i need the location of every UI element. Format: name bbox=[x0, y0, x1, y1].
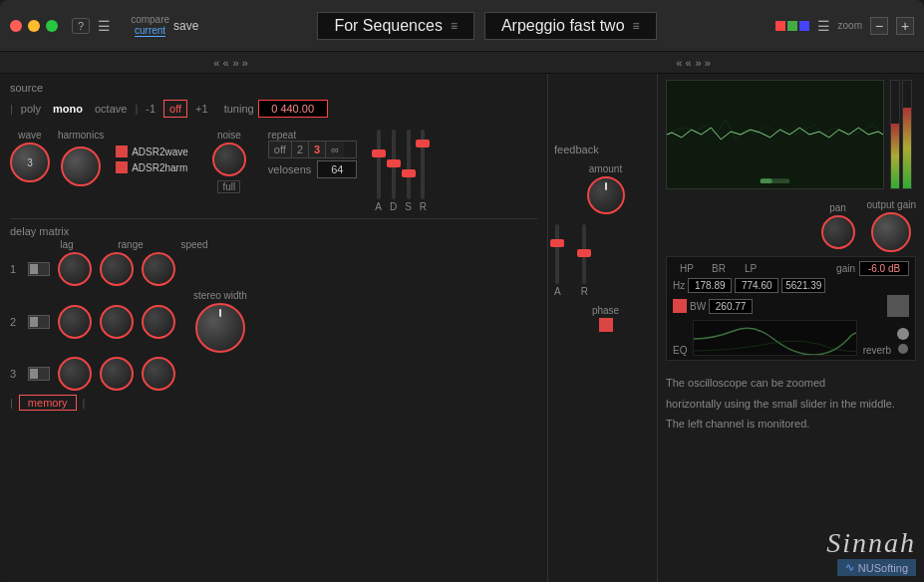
harmonics-knob[interactable] bbox=[61, 146, 101, 186]
dm-speed-3[interactable] bbox=[142, 357, 175, 391]
rep-inf-button[interactable]: ∞ bbox=[326, 142, 344, 157]
gain-value[interactable]: -6.0 dB bbox=[859, 261, 909, 276]
dm-speed-1[interactable] bbox=[142, 252, 175, 286]
help-button[interactable]: ? bbox=[72, 18, 90, 34]
output-gain-label: output gain bbox=[867, 199, 917, 210]
nav-right-arrows[interactable]: » » bbox=[233, 57, 248, 69]
maximize-button[interactable] bbox=[46, 20, 58, 32]
noise-label: noise bbox=[217, 130, 241, 141]
nav-right-arrows2[interactable]: » » bbox=[696, 57, 711, 69]
dm-speed-2[interactable] bbox=[142, 305, 175, 339]
d-label: D bbox=[390, 201, 397, 212]
save-button[interactable]: save bbox=[173, 19, 198, 33]
rep-off-button[interactable]: off bbox=[269, 142, 292, 157]
fb-r-slider[interactable] bbox=[582, 224, 586, 284]
tb-left: ? ☰ bbox=[72, 18, 111, 34]
feedback-amount: amount bbox=[554, 163, 657, 214]
poly-button[interactable]: poly bbox=[17, 101, 45, 117]
vu-meters bbox=[890, 80, 912, 189]
d-slider[interactable] bbox=[392, 130, 396, 199]
info-line1: The oscilloscope can be zoomed bbox=[666, 375, 916, 392]
dm-lag-2[interactable] bbox=[58, 305, 92, 339]
br-label: BR bbox=[705, 263, 733, 274]
fb-r-thumb[interactable] bbox=[577, 249, 591, 257]
dm-range-1[interactable] bbox=[100, 252, 134, 286]
dm-lag-1[interactable] bbox=[58, 252, 92, 286]
amount-label: amount bbox=[589, 163, 622, 174]
fb-a-thumb[interactable] bbox=[550, 239, 564, 247]
dm-range-2[interactable] bbox=[100, 305, 134, 339]
preset1-box[interactable]: For Sequences ≡ bbox=[317, 12, 474, 40]
dm-toggle-1[interactable] bbox=[28, 262, 50, 276]
dm-row-1: 1 bbox=[10, 252, 537, 286]
minimize-button[interactable] bbox=[28, 20, 40, 32]
dm-toggle-2[interactable] bbox=[28, 315, 50, 329]
nav-left: « « » » bbox=[0, 57, 462, 69]
vu-fill-2 bbox=[903, 108, 911, 188]
off-button[interactable]: off bbox=[163, 100, 187, 118]
s-slider[interactable] bbox=[407, 130, 411, 199]
bw-value[interactable]: 260.77 bbox=[709, 299, 753, 314]
adsr2wave-label: ADSR2wave bbox=[116, 146, 188, 157]
mono-button[interactable]: mono bbox=[49, 101, 87, 117]
eq-graph-row: EQ reverb bbox=[673, 320, 909, 356]
fb-a-col: A bbox=[554, 224, 561, 297]
output-gain-knob[interactable] bbox=[871, 212, 911, 252]
hz3-value[interactable]: 5621.39 bbox=[781, 278, 825, 293]
velosens-value[interactable]: 64 bbox=[317, 160, 357, 178]
theme-menu-icon[interactable]: ☰ bbox=[817, 18, 830, 34]
d-thumb[interactable] bbox=[387, 159, 401, 167]
menu-icon[interactable]: ☰ bbox=[98, 18, 111, 34]
harmonics-knob-group: harmonics bbox=[58, 130, 104, 186]
rep-2-button[interactable]: 2 bbox=[292, 142, 309, 157]
fb-a-slider[interactable] bbox=[555, 224, 559, 284]
wave-knob[interactable]: 3 bbox=[10, 143, 50, 182]
r-thumb[interactable] bbox=[416, 140, 430, 147]
nav-left-arrows[interactable]: « « bbox=[213, 57, 228, 69]
nav-left-arrows2[interactable]: « « bbox=[676, 57, 691, 69]
dm-toggle-3[interactable] bbox=[28, 367, 50, 381]
hz2-value[interactable]: 774.60 bbox=[735, 278, 778, 293]
adsr2wave-color bbox=[116, 146, 128, 157]
a-thumb[interactable] bbox=[372, 149, 386, 157]
minus1-button[interactable]: -1 bbox=[142, 101, 159, 117]
noise-knob[interactable] bbox=[212, 143, 246, 176]
harmonics-label: harmonics bbox=[58, 130, 104, 141]
preset1-menu-icon[interactable]: ≡ bbox=[451, 19, 458, 33]
zoom-in-button[interactable]: + bbox=[896, 17, 914, 35]
phase-square[interactable] bbox=[599, 318, 613, 332]
reverb-dot-1 bbox=[897, 328, 909, 340]
main-content: source | poly mono octave | -1 off +1 tu… bbox=[0, 74, 924, 582]
nusofting-badge: ∿ NUSofting bbox=[837, 559, 916, 576]
reverb-square[interactable] bbox=[887, 295, 909, 317]
r-slider[interactable] bbox=[421, 130, 425, 199]
full-button[interactable]: full bbox=[217, 180, 240, 193]
close-button[interactable] bbox=[10, 20, 22, 32]
stereo-width-group: stereo width bbox=[193, 290, 247, 353]
dm-lag-3[interactable] bbox=[58, 357, 92, 391]
octave-button[interactable]: octave bbox=[91, 101, 131, 117]
feedback-amount-knob[interactable] bbox=[587, 176, 625, 214]
hz1-value[interactable]: 178.89 bbox=[688, 278, 732, 293]
right-panel: pan output gain HP BR LP gain -6.0 dB bbox=[658, 74, 924, 582]
tuning-value[interactable]: 0 440.00 bbox=[258, 100, 328, 118]
preset2-menu-icon[interactable]: ≡ bbox=[633, 19, 640, 33]
stereo-width-knob[interactable] bbox=[195, 303, 245, 353]
s-thumb[interactable] bbox=[402, 169, 416, 177]
dm-range-3[interactable] bbox=[100, 357, 134, 391]
color-squares bbox=[775, 21, 809, 31]
pan-output-row: pan output gain bbox=[666, 199, 916, 252]
source-section: source | poly mono octave | -1 off +1 tu… bbox=[10, 82, 537, 122]
red-square bbox=[775, 21, 785, 31]
current-label[interactable]: current bbox=[135, 25, 165, 37]
a-slider[interactable] bbox=[377, 130, 381, 199]
zoom-out-button[interactable]: − bbox=[870, 17, 888, 35]
dm-row-3: 3 bbox=[10, 357, 537, 391]
memory-button[interactable]: memory bbox=[19, 395, 77, 411]
wave-knob-group: wave 3 bbox=[10, 130, 50, 182]
rep-3-button[interactable]: 3 bbox=[309, 142, 326, 157]
preset2-box[interactable]: Arpeggio fast two ≡ bbox=[484, 12, 657, 40]
plus1-button[interactable]: +1 bbox=[191, 101, 212, 117]
pan-knob[interactable] bbox=[821, 215, 855, 249]
lag-col-label: lag bbox=[50, 239, 84, 250]
